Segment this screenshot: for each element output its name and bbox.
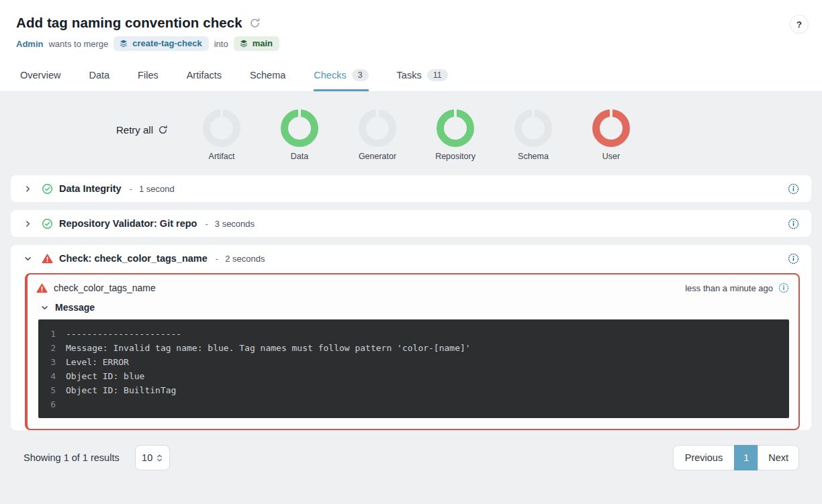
code-line: 1----------------------	[46, 327, 781, 341]
artifact-donut-chart	[203, 109, 240, 147]
info-icon[interactable]	[788, 183, 799, 195]
generator-donut-chart	[359, 109, 396, 147]
donut-artifact[interactable]: Artifact	[203, 109, 240, 161]
check-duration: 3 seconds	[215, 219, 255, 229]
donut-label: Generator	[359, 152, 396, 161]
checks-count-badge: 3	[352, 69, 369, 81]
retry-all-button[interactable]: Retry all	[116, 124, 168, 136]
info-icon[interactable]	[788, 253, 799, 264]
tasks-count-badge: 11	[427, 69, 448, 81]
tab-data[interactable]: Data	[89, 62, 109, 91]
user-donut-chart	[592, 109, 630, 147]
donut-label: Schema	[518, 152, 549, 161]
error-detail-panel: check_color_tags_name less than a minute…	[25, 273, 800, 430]
page-title: Add tag naming convention check	[16, 15, 242, 31]
code-line: 6	[46, 397, 781, 411]
info-icon[interactable]	[778, 283, 789, 293]
tab-tasks[interactable]: Tasks 11	[397, 62, 448, 91]
tab-overview[interactable]: Overview	[20, 62, 60, 91]
code-line: 5Object ID: BuiltinTag	[46, 383, 781, 397]
merge-action-text: wants to merge	[48, 39, 108, 49]
separator: -	[205, 219, 208, 229]
layers-icon	[119, 39, 128, 48]
code-line: 3Level: ERROR	[46, 355, 781, 369]
info-icon[interactable]	[788, 218, 799, 230]
donut-group: Artifact Data Generator Repository Schem…	[203, 109, 630, 161]
error-timestamp: less than a minute ago	[685, 283, 773, 293]
schema-donut-chart	[514, 109, 552, 147]
donut-repository[interactable]: Repository	[437, 109, 474, 161]
separator: -	[130, 184, 132, 194]
chevron-right-icon	[24, 185, 32, 193]
merge-preposition-text: into	[214, 39, 228, 49]
refresh-icon[interactable]	[249, 17, 261, 29]
tab-artifacts[interactable]: Artifacts	[187, 62, 222, 91]
source-branch-label: create-tag-check	[132, 38, 201, 48]
check-row-repository-validator: Repository Validator: Git repo - 3 secon…	[11, 210, 811, 237]
donut-generator[interactable]: Generator	[359, 109, 396, 161]
page-size-value: 10	[142, 452, 152, 463]
next-page-button[interactable]: Next	[758, 445, 799, 470]
check-duration: 1 second	[139, 184, 175, 194]
check-circle-icon	[42, 218, 53, 230]
donut-label: Artifact	[209, 152, 235, 161]
updown-chevrons-icon	[156, 454, 163, 462]
tab-files[interactable]: Files	[138, 62, 158, 91]
refresh-icon	[158, 125, 168, 135]
check-title: Repository Validator: Git repo	[59, 218, 197, 229]
pagination: Previous 1 Next	[673, 445, 799, 470]
check-row-header[interactable]: Repository Validator: Git repo - 3 secon…	[11, 210, 811, 237]
check-row-data-integrity: Data Integrity - 1 second	[11, 175, 811, 202]
warning-triangle-icon	[42, 253, 53, 264]
donut-label: Repository	[435, 152, 475, 161]
previous-page-button[interactable]: Previous	[673, 445, 735, 470]
code-line: 4Object ID: blue	[46, 369, 781, 383]
target-branch-badge[interactable]: main	[234, 36, 279, 51]
check-title: Check: check_color_tags_name	[59, 253, 208, 264]
check-title: Data Integrity	[59, 183, 122, 194]
source-branch-badge[interactable]: create-tag-check	[113, 36, 208, 51]
tab-schema[interactable]: Schema	[250, 62, 285, 91]
layers-icon	[239, 39, 248, 48]
check-circle-icon	[42, 183, 53, 195]
message-section-label: Message	[55, 302, 95, 313]
author-link[interactable]: Admin	[16, 39, 43, 49]
donut-schema[interactable]: Schema	[514, 109, 552, 161]
check-row-color-tags: Check: check_color_tags_name - 2 seconds…	[11, 245, 811, 430]
checks-summary: Retry all Artifact Data Generator Reposi…	[0, 92, 822, 165]
retry-all-label: Retry all	[116, 124, 153, 136]
message-section-toggle[interactable]: Message	[41, 302, 789, 313]
check-row-header[interactable]: Data Integrity - 1 second	[11, 175, 811, 202]
error-check-name: check_color_tags_name	[54, 283, 156, 293]
chevron-down-icon	[24, 255, 32, 262]
donut-user[interactable]: User	[592, 109, 630, 161]
checks-list: Data Integrity - 1 second Repository Val…	[0, 165, 822, 430]
warning-triangle-icon	[36, 283, 48, 293]
repository-donut-chart	[437, 109, 474, 147]
tab-bar: Overview Data Files Artifacts Schema Che…	[0, 62, 822, 91]
donut-label: Data	[291, 152, 308, 161]
donut-data[interactable]: Data	[281, 109, 318, 161]
check-duration: 2 seconds	[225, 254, 265, 264]
help-button[interactable]: ?	[790, 15, 809, 34]
results-count-text: Showing 1 of 1 results	[24, 452, 120, 463]
chevron-down-icon	[41, 304, 48, 311]
page-size-select[interactable]: 10	[135, 445, 170, 470]
target-branch-label: main	[253, 38, 273, 48]
page-header: Add tag naming convention check ? Admin …	[0, 0, 822, 92]
check-row-header[interactable]: Check: check_color_tags_name - 2 seconds	[11, 245, 811, 272]
donut-label: User	[602, 152, 620, 161]
data-donut-chart	[281, 109, 318, 147]
separator: -	[216, 254, 218, 264]
code-line: 2Message: Invalid tag name: blue. Tag na…	[46, 341, 781, 355]
tab-checks[interactable]: Checks 3	[314, 62, 368, 91]
error-message-code-block[interactable]: 1---------------------- 2Message: Invali…	[38, 319, 789, 418]
results-footer: Showing 1 of 1 results 10 Previous 1 Nex…	[0, 441, 822, 470]
merge-summary: Admin wants to merge create-tag-check in…	[0, 31, 822, 51]
current-page-button[interactable]: 1	[734, 445, 758, 470]
chevron-right-icon	[24, 220, 32, 228]
